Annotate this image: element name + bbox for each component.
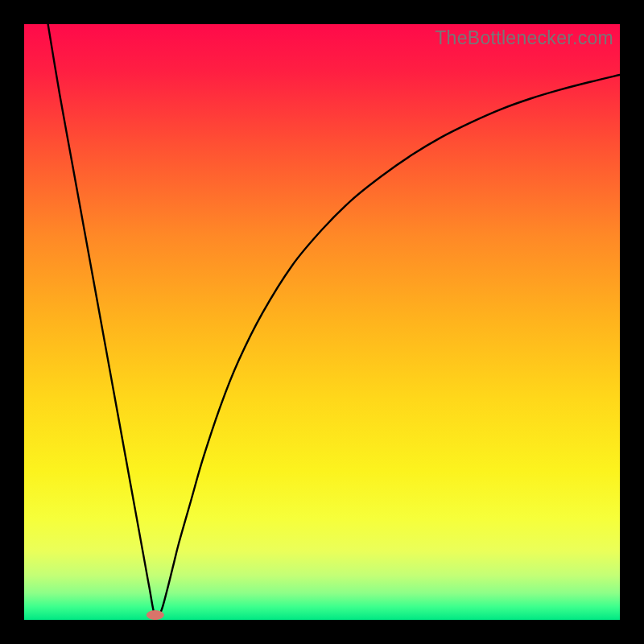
gradient-background xyxy=(24,24,620,620)
minimum-marker xyxy=(147,610,164,620)
chart-frame: TheBottlenecker.com xyxy=(0,0,644,644)
chart-svg xyxy=(24,24,620,620)
plot-area: TheBottlenecker.com xyxy=(24,24,620,620)
